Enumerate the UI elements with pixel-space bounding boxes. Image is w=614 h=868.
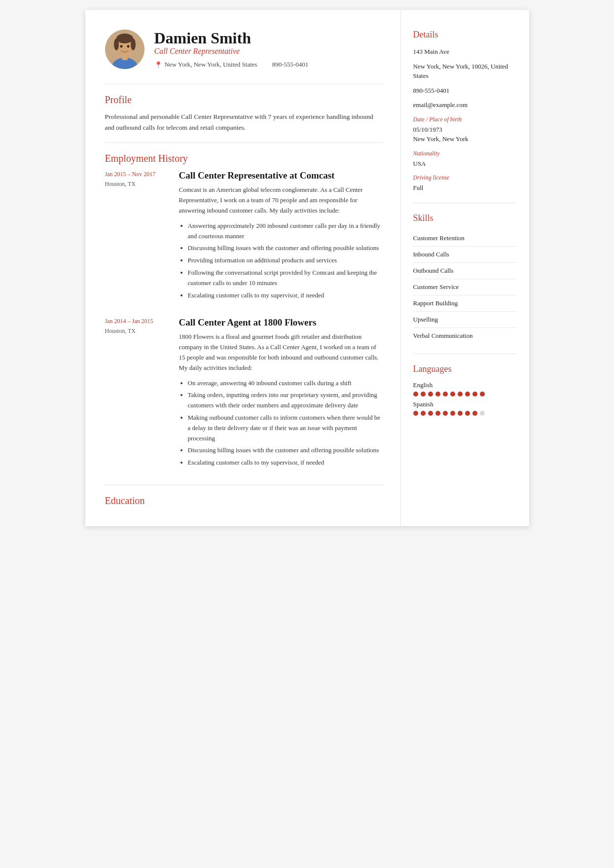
candidate-title: Call Center Representative (154, 47, 383, 56)
language-dot (413, 392, 418, 397)
resume-document: Damien Smith Call Center Representative … (85, 10, 529, 526)
language-dot (413, 411, 418, 416)
job-meta-2: Jan 2014 – Jan 2015 Houston, TX (105, 317, 169, 470)
language-dot (443, 392, 448, 397)
languages-section: Languages English Spanish (413, 364, 517, 416)
language-dot (480, 411, 485, 416)
detail-address1: 143 Main Ave (413, 47, 517, 57)
language-dot (472, 411, 477, 416)
language-dot (435, 392, 440, 397)
job-entry-2: Jan 2014 – Jan 2015 Houston, TX Call Cen… (105, 317, 383, 470)
bullet: Taking orders, inputting orders into our… (188, 390, 383, 411)
details-section: Details 143 Main Ave New York, New York,… (413, 30, 517, 193)
pin-icon: 📍 (154, 61, 162, 69)
skill-item-3: Customer Service (413, 279, 517, 295)
skill-item-2: Outbound Calls (413, 263, 517, 279)
right-column: Details 143 Main Ave New York, New York,… (401, 10, 529, 526)
location-text: New York, New York, United States (165, 61, 257, 69)
job-bullets-2: On average, answering 40 inbound custome… (179, 378, 383, 468)
location-wrap: 📍 New York, New York, United States (154, 61, 257, 69)
bullet: Answering approximately 200 inbound cust… (188, 221, 383, 242)
profile-title: Profile (105, 94, 383, 106)
profile-section: Profile Professional and personable Call… (105, 94, 383, 133)
svg-point-6 (131, 38, 136, 50)
job-location-1: Houston, TX (105, 181, 169, 188)
language-dot (428, 411, 433, 416)
bullet: Escalating customer calls to my supervis… (188, 290, 383, 301)
avatar (105, 30, 144, 69)
detail-driving: Full (413, 183, 517, 193)
bullet: On average, answering 40 inbound custome… (188, 378, 383, 389)
header-info: Damien Smith Call Center Representative … (154, 30, 383, 69)
job-dates-2: Jan 2014 – Jan 2015 (105, 317, 169, 326)
job-content-2: Call Center Agent at 1800 Flowers 1800 F… (179, 317, 383, 470)
employment-section: Employment History Jan 2015 – Nov 2017 H… (105, 153, 383, 470)
language-dot (472, 392, 477, 397)
language-english: English (413, 381, 517, 397)
bullet: Making outbound customer calls to inform… (188, 413, 383, 443)
language-dot (421, 411, 426, 416)
language-dot (465, 392, 470, 397)
language-dot (443, 411, 448, 416)
bullet: Escalating customer calls to my supervis… (188, 458, 383, 468)
language-dot (435, 411, 440, 416)
language-dot (458, 411, 463, 416)
language-spanish: Spanish (413, 400, 517, 416)
candidate-name: Damien Smith (154, 30, 383, 47)
driving-label: Driving license (413, 174, 517, 181)
language-dot (480, 392, 485, 397)
svg-point-8 (127, 45, 129, 48)
bullet: Following the conversational script prov… (188, 268, 383, 289)
language-dot (450, 392, 455, 397)
svg-point-4 (116, 34, 133, 43)
bullet: Discussing billing issues with the custo… (188, 445, 383, 456)
job-desc-2: 1800 Flowers is a floral and gourmet foo… (179, 332, 383, 373)
lang-spanish-dots (413, 411, 517, 416)
job-title-2: Call Center Agent at 1800 Flowers (179, 317, 383, 328)
nationality-label: Nationality (413, 150, 517, 157)
detail-email: email@example.com (413, 100, 517, 110)
employment-title: Employment History (105, 153, 383, 164)
svg-point-5 (114, 38, 119, 50)
job-entry-1: Jan 2015 – Nov 2017 Houston, TX Call Cen… (105, 170, 383, 302)
location-phone-row: 📍 New York, New York, United States 890-… (154, 61, 383, 69)
bullet: Providing information on additional prod… (188, 255, 383, 266)
skills-divider (413, 354, 517, 354)
language-dot (450, 411, 455, 416)
details-title: Details (413, 30, 517, 40)
left-column: Damien Smith Call Center Representative … (85, 10, 401, 526)
details-divider (413, 203, 517, 203)
svg-point-7 (120, 45, 122, 48)
language-dot (458, 392, 463, 397)
profile-text: Professional and personable Call Center … (105, 111, 383, 133)
skill-item-4: Rapport Building (413, 295, 517, 312)
job-content-1: Call Center Representative at Comcast Co… (179, 170, 383, 302)
language-dot (465, 411, 470, 416)
lang-spanish-name: Spanish (413, 400, 517, 408)
dob-label: Date / Place of birth (413, 116, 517, 123)
lang-english-dots (413, 392, 517, 397)
header-phone: 890-555-0401 (272, 61, 309, 69)
header-section: Damien Smith Call Center Representative … (105, 30, 383, 69)
header-divider (105, 84, 383, 84)
skill-item-6: Verbal Communication (413, 328, 517, 344)
education-section: Education (105, 495, 383, 506)
lang-english-name: English (413, 381, 517, 389)
languages-title: Languages (413, 364, 517, 374)
education-title: Education (105, 495, 383, 506)
job-title-1: Call Center Representative at Comcast (179, 170, 383, 181)
detail-phone: 890-555-0401 (413, 86, 517, 96)
profile-divider (105, 143, 383, 143)
employment-divider (105, 485, 383, 485)
job-desc-1: Comcast is an American global telecom co… (179, 185, 383, 216)
skill-item-0: Customer Retention (413, 230, 517, 247)
job-meta-1: Jan 2015 – Nov 2017 Houston, TX (105, 170, 169, 302)
language-dot (428, 392, 433, 397)
skill-item-5: Upselling (413, 312, 517, 328)
skill-item-1: Inbound Calls (413, 247, 517, 263)
job-location-2: Houston, TX (105, 327, 169, 335)
detail-address2: New York, New York, 10026, United States (413, 62, 517, 81)
detail-nationality: USA (413, 159, 517, 169)
job-dates-1: Jan 2015 – Nov 2017 (105, 170, 169, 179)
language-dot (421, 392, 426, 397)
